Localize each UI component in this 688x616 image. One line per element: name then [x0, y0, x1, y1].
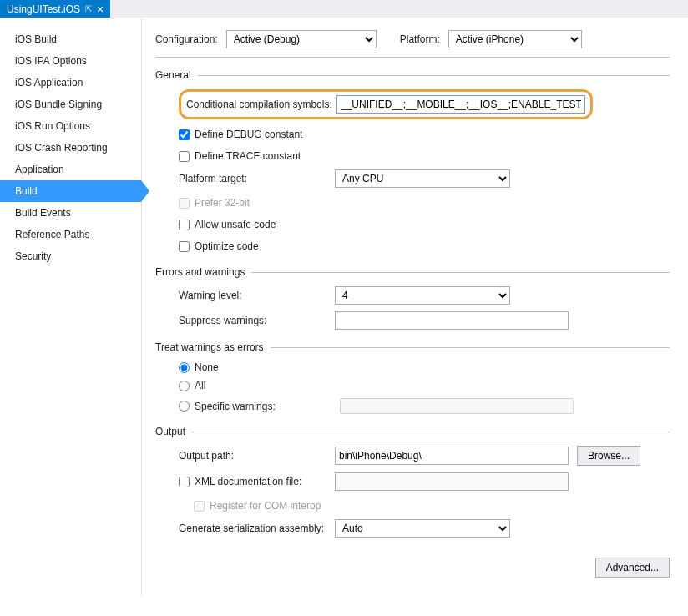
section-line — [251, 272, 670, 273]
configuration-select[interactable]: Active (Debug) — [226, 30, 377, 48]
treat-none-label: None — [195, 361, 219, 373]
treat-specific-radio[interactable] — [179, 401, 190, 412]
conditional-symbols-input[interactable] — [336, 95, 585, 114]
configuration-label: Configuration: — [155, 33, 218, 45]
sidebar-item-ios-run-options[interactable]: iOS Run Options — [0, 115, 141, 137]
warning-level-label: Warning level: — [155, 290, 335, 301]
treat-specific-label: Specific warnings: — [195, 401, 335, 412]
allow-unsafe-checkbox[interactable] — [179, 220, 190, 230]
output-path-label: Output path: — [155, 450, 335, 462]
optimize-code-label: Optimize code — [195, 240, 259, 252]
sidebar-item-ios-crash-reporting[interactable]: iOS Crash Reporting — [0, 137, 141, 159]
section-line — [198, 75, 670, 76]
suppress-warnings-label: Suppress warnings: — [155, 315, 335, 326]
sidebar-item-application[interactable]: Application — [0, 159, 141, 180]
prefer-32bit-label: Prefer 32-bit — [195, 197, 250, 209]
sidebar-item-ios-application[interactable]: iOS Application — [0, 72, 141, 93]
xml-doc-input — [335, 472, 569, 491]
define-trace-checkbox[interactable] — [179, 151, 190, 162]
platform-select[interactable]: Active (iPhone) — [448, 30, 582, 48]
register-com-label: Register for COM interop — [210, 500, 321, 512]
warning-level-select[interactable]: 4 — [335, 286, 510, 305]
platform-target-label: Platform target: — [155, 173, 335, 184]
sidebar-item-ios-ipa[interactable]: iOS IPA Options — [0, 50, 141, 72]
xml-doc-checkbox[interactable] — [179, 477, 190, 487]
close-icon[interactable]: × — [97, 3, 104, 15]
tab-active[interactable]: UsingUITest.iOS ⇱ × — [0, 0, 110, 18]
gen-serialization-select[interactable]: Auto — [335, 519, 510, 538]
conditional-symbols-label: Conditional compilation symbols: — [186, 98, 336, 110]
advanced-button[interactable]: Advanced... — [595, 558, 670, 578]
divider — [155, 57, 670, 58]
define-debug-checkbox[interactable] — [179, 129, 190, 140]
treat-none-radio[interactable] — [179, 362, 190, 373]
sidebar: iOS Build iOS IPA Options iOS Applicatio… — [0, 18, 142, 596]
treat-specific-input — [340, 398, 574, 414]
sidebar-item-reference-paths[interactable]: Reference Paths — [0, 224, 141, 245]
sidebar-item-ios-build[interactable]: iOS Build — [0, 28, 141, 50]
sidebar-item-build[interactable]: Build — [0, 180, 141, 202]
treat-all-radio[interactable] — [179, 381, 190, 391]
suppress-warnings-input[interactable] — [335, 311, 569, 330]
tab-title: UsingUITest.iOS — [7, 3, 80, 15]
browse-button[interactable]: Browse... — [577, 446, 640, 466]
prefer-32bit-checkbox — [179, 198, 190, 209]
section-treat-title: Treat warnings as errors — [155, 341, 264, 353]
platform-target-select[interactable]: Any CPU — [335, 169, 510, 188]
treat-all-label: All — [195, 380, 205, 391]
section-output-title: Output — [155, 426, 185, 437]
define-debug-label: Define DEBUG constant — [195, 129, 302, 140]
tab-bar: UsingUITest.iOS ⇱ × — [0, 0, 688, 18]
section-line — [192, 432, 670, 432]
section-general-title: General — [155, 69, 191, 81]
sidebar-item-security[interactable]: Security — [0, 245, 141, 267]
sidebar-item-build-events[interactable]: Build Events — [0, 202, 141, 224]
content-pane: Configuration: Active (Debug) Platform: … — [142, 18, 688, 596]
platform-label: Platform: — [400, 33, 440, 45]
allow-unsafe-label: Allow unsafe code — [195, 219, 276, 230]
gen-serialization-label: Generate serialization assembly: — [155, 523, 335, 534]
optimize-code-checkbox[interactable] — [179, 241, 190, 252]
xml-doc-label: XML documentation file: — [195, 476, 301, 487]
define-trace-label: Define TRACE constant — [195, 150, 301, 162]
section-line — [271, 347, 670, 348]
output-path-input[interactable] — [335, 447, 569, 465]
pin-icon[interactable]: ⇱ — [85, 4, 92, 13]
conditional-symbols-highlight: Conditional compilation symbols: — [179, 89, 593, 119]
register-com-checkbox — [194, 501, 205, 512]
sidebar-item-ios-bundle-signing[interactable]: iOS Bundle Signing — [0, 93, 141, 115]
section-errors-title: Errors and warnings — [155, 266, 245, 278]
